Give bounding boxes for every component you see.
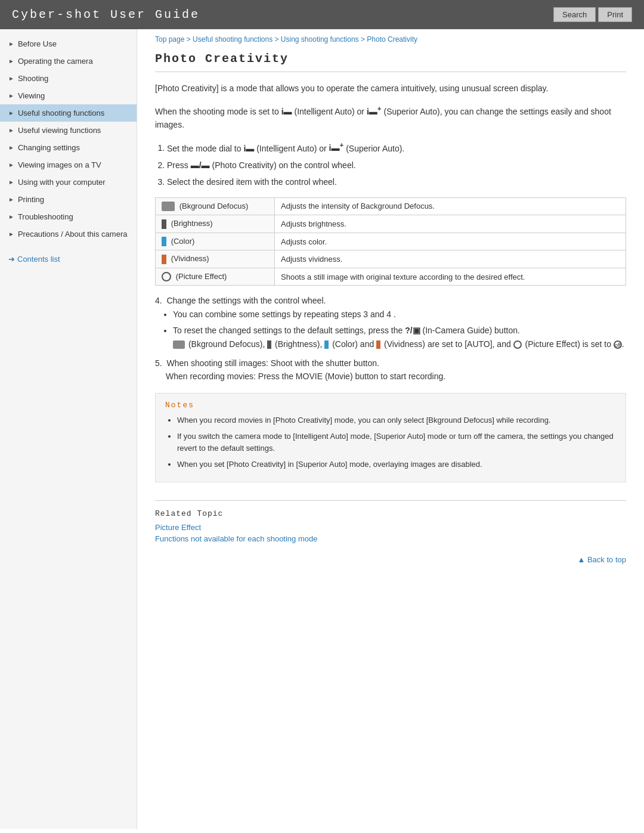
notes-title: Notes: [165, 401, 616, 410]
main-content: Top page > Useful shooting functions > U…: [137, 29, 644, 829]
back-to-top: ▲ Back to top: [155, 555, 626, 564]
sidebar-item-label: Useful viewing functions: [18, 126, 101, 135]
sidebar-item-changing-settings[interactable]: ► Changing settings: [0, 139, 137, 156]
sub-bullet-1: You can combine some settings by repeati…: [173, 308, 626, 321]
bkground-icon: [162, 202, 175, 211]
step-4-subbullets: You can combine some settings by repeati…: [173, 308, 626, 351]
sidebar-item-shooting[interactable]: ► Shooting: [0, 70, 137, 87]
sidebar-item-label: Operating the camera: [18, 57, 93, 66]
chevron-icon: ►: [8, 41, 14, 47]
sidebar-item-troubleshooting[interactable]: ► Troubleshooting: [0, 208, 137, 225]
sidebar-item-label: Precautions / About this camera: [18, 230, 128, 239]
contents-list-label: Contents list: [17, 255, 60, 264]
step-4-text: 4. Change the settings with the control …: [155, 294, 626, 307]
notes-section: Notes When you record movies in [Photo C…: [155, 393, 626, 482]
breadcrumb-separator: >: [361, 35, 367, 44]
table-cell-description: Adjusts color.: [275, 233, 626, 250]
sidebar-item-label: Before Use: [18, 39, 57, 48]
step-5a-text: 5. When shooting still images: Shoot wit…: [155, 357, 626, 370]
related-link-picture-effect[interactable]: Picture Effect: [155, 523, 626, 532]
table-cell-description: Adjusts vividness.: [275, 250, 626, 268]
step-5b-text: When recording movies: Press the MOVIE (…: [166, 370, 626, 383]
breadcrumb-link-photo-creativity[interactable]: Photo Creativity: [367, 35, 417, 44]
breadcrumb-link-top[interactable]: Top page: [155, 35, 184, 44]
chevron-icon: ►: [8, 231, 14, 237]
table-row: (Color) Adjusts color.: [156, 233, 626, 250]
color-icon: [162, 237, 166, 246]
notes-list: When you record movies in [Photo Creativ…: [177, 414, 616, 471]
color-label: (Color): [171, 237, 195, 246]
sidebar-item-label: Changing settings: [18, 143, 80, 152]
note-item: When you set [Photo Creativity] in [Supe…: [177, 459, 616, 471]
intro-paragraph-2: When the shooting mode is set to i▬ (Int…: [155, 103, 626, 131]
sidebar-item-precautions[interactable]: ► Precautions / About this camera: [0, 225, 137, 243]
sidebar-item-useful-shooting[interactable]: ► Useful shooting functions: [0, 104, 137, 122]
breadcrumb: Top page > Useful shooting functions > U…: [155, 29, 626, 52]
print-button[interactable]: Print: [598, 7, 632, 22]
table-row: (Vividness) Adjusts vividness.: [156, 250, 626, 268]
header: Cyber-shot User Guide Search Print: [0, 0, 644, 29]
chevron-icon: ►: [8, 92, 14, 99]
sub-bullet-2-cont: (Bkground Defocus), (Brightness), (Color…: [173, 339, 624, 349]
related-topic-title: Related Topic: [155, 509, 626, 518]
table-cell-description: Adjusts brightness.: [275, 215, 626, 233]
brightness-label: (Brightness): [171, 219, 213, 228]
chevron-icon: ►: [8, 179, 14, 185]
functions-table: (Bkground Defocus) Adjusts the intensity…: [155, 197, 626, 286]
table-cell-feature: (Vividness): [156, 250, 275, 268]
sidebar-item-label: Troubleshooting: [18, 212, 73, 221]
related-link-functions-unavailable[interactable]: Functions not available for each shootin…: [155, 534, 626, 543]
sidebar-item-viewing-tv[interactable]: ► Viewing images on a TV: [0, 156, 137, 174]
sidebar: ► Before Use ► Operating the camera ► Sh…: [0, 29, 137, 829]
picture-effect-icon: [162, 272, 171, 281]
table-cell-description: Shoots a still image with original textu…: [275, 268, 626, 286]
vividness-icon: [162, 255, 166, 264]
sidebar-item-label: Viewing: [18, 91, 45, 100]
sidebar-item-label: Viewing images on a TV: [18, 160, 101, 169]
related-topic-section: Related Topic Picture Effect Functions n…: [155, 500, 626, 543]
page-title: Photo Creativity: [155, 52, 626, 72]
sidebar-item-useful-viewing[interactable]: ► Useful viewing functions: [0, 122, 137, 139]
breadcrumb-link-using-functions[interactable]: Using shooting functions: [281, 35, 359, 44]
intro-text-1: [Photo Creativity] is a mode that allows…: [155, 83, 548, 93]
chevron-icon: ►: [8, 196, 14, 203]
table-cell-feature: (Bkground Defocus): [156, 197, 275, 215]
chevron-icon: ►: [8, 75, 14, 82]
step-3: Select the desired item with the control…: [167, 175, 626, 188]
table-row: (Picture Effect) Shoots a still image wi…: [156, 268, 626, 286]
bkground-label: (Bkground Defocus): [179, 202, 249, 210]
chevron-icon: ►: [8, 144, 14, 151]
table-row: (Bkground Defocus) Adjusts the intensity…: [156, 197, 626, 215]
header-buttons: Search Print: [553, 7, 632, 22]
breadcrumb-separator: >: [275, 35, 281, 44]
brightness-icon: [162, 219, 166, 229]
vividness-label: (Vividness): [171, 254, 209, 263]
steps-list: Set the mode dial to i▬ (Intelligent Aut…: [167, 140, 626, 189]
step-5-container: 5. When shooting still images: Shoot wit…: [155, 357, 626, 383]
breadcrumb-link-useful-shooting[interactable]: Useful shooting functions: [193, 35, 273, 44]
intro-text-2: When the shooting mode is set to i▬ (Int…: [155, 107, 611, 129]
table-row: (Brightness) Adjusts brightness.: [156, 215, 626, 233]
back-to-top-link[interactable]: ▲ Back to top: [577, 555, 626, 564]
chevron-icon: ►: [8, 213, 14, 220]
table-cell-feature: (Picture Effect): [156, 268, 275, 286]
sidebar-item-label: Useful shooting functions: [18, 109, 104, 117]
contents-list-link[interactable]: ➔ Contents list: [0, 249, 137, 270]
sub-bullet-2: To reset the changed settings to the def…: [173, 324, 626, 351]
chevron-icon: ►: [8, 110, 14, 116]
note-item: When you record movies in [Photo Creativ…: [177, 414, 616, 427]
intro-paragraph-1: [Photo Creativity] is a mode that allows…: [155, 82, 626, 95]
arrow-right-icon: ➔: [8, 255, 15, 264]
sidebar-item-printing[interactable]: ► Printing: [0, 191, 137, 208]
sidebar-item-before-use[interactable]: ► Before Use: [0, 35, 137, 52]
table-cell-feature: (Brightness): [156, 215, 275, 233]
sidebar-item-operating[interactable]: ► Operating the camera: [0, 52, 137, 70]
sidebar-item-viewing[interactable]: ► Viewing: [0, 87, 137, 104]
search-button[interactable]: Search: [553, 7, 596, 22]
step-1: Set the mode dial to i▬ (Intelligent Aut…: [167, 140, 626, 155]
breadcrumb-separator: >: [187, 35, 193, 44]
chevron-icon: ►: [8, 58, 14, 64]
sidebar-item-using-computer[interactable]: ► Using with your computer: [0, 174, 137, 191]
step-2: Press ▬/▬ (Photo Creativity) on the cont…: [167, 159, 626, 172]
layout: ► Before Use ► Operating the camera ► Sh…: [0, 29, 644, 829]
